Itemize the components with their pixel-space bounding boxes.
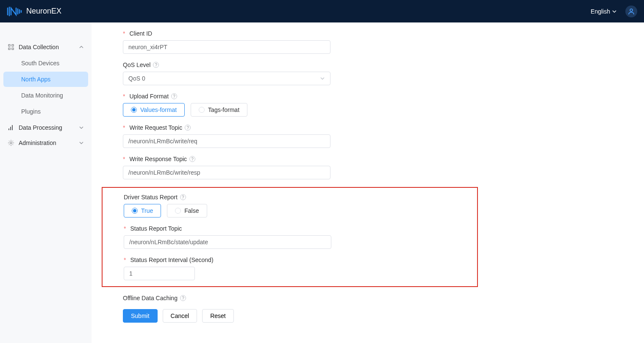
field-write-resp-topic: Write Response Topic ? <box>123 156 449 179</box>
svg-point-0 <box>630 9 633 11</box>
offline-cache-label: Offline Data Caching ? <box>123 295 449 301</box>
svg-rect-7 <box>12 125 13 130</box>
write-req-input[interactable] <box>123 134 330 148</box>
chevron-up-icon <box>79 45 84 50</box>
submit-button[interactable]: Submit <box>123 309 158 323</box>
nav-group-data-processing[interactable]: Data Processing <box>0 120 92 135</box>
main-content: Client ID QoS Level ? QoS 0 Upload Forma… <box>92 22 644 343</box>
brand-logo-icon <box>7 6 22 17</box>
qos-label: QoS Level ? <box>123 61 449 68</box>
app-header: NeuronEX English <box>0 0 644 22</box>
layout: Data Collection South Devices North Apps… <box>0 22 644 343</box>
radio-true[interactable]: True <box>124 204 161 218</box>
status-interval-input[interactable] <box>124 267 195 280</box>
radio-dot-icon <box>131 107 137 113</box>
svg-rect-1 <box>8 45 10 46</box>
radio-dot-icon <box>175 208 181 214</box>
radio-dot-icon <box>199 107 205 113</box>
svg-rect-5 <box>8 128 9 130</box>
chevron-down-icon <box>320 76 325 81</box>
data-collection-icon <box>8 44 14 50</box>
user-avatar[interactable] <box>625 6 637 17</box>
radio-values-format[interactable]: Values-format <box>123 103 185 117</box>
help-icon[interactable]: ? <box>185 125 191 131</box>
field-qos-level: QoS Level ? QoS 0 <box>123 61 449 85</box>
form-buttons: Submit Cancel Reset <box>123 309 449 323</box>
field-upload-format: Upload Format ? Values-format Tags-forma… <box>123 93 449 117</box>
radio-dot-icon <box>132 208 138 214</box>
field-client-id: Client ID <box>123 30 449 54</box>
nav-group-label: Data Processing <box>19 124 62 131</box>
language-label: English <box>591 8 610 15</box>
svg-rect-3 <box>8 48 10 50</box>
nav-group-administration[interactable]: Administration <box>0 135 92 151</box>
header-right: English <box>591 6 637 17</box>
help-icon[interactable]: ? <box>153 62 159 68</box>
language-switcher[interactable]: English <box>591 8 617 15</box>
cancel-button[interactable]: Cancel <box>163 309 197 323</box>
svg-rect-4 <box>12 48 14 50</box>
write-resp-input[interactable] <box>123 166 330 179</box>
status-topic-label: Status Report Topic <box>124 225 456 232</box>
field-status-topic: Status Report Topic <box>124 225 456 249</box>
config-form: Client ID QoS Level ? QoS 0 Upload Forma… <box>102 30 449 323</box>
client-id-label: Client ID <box>123 30 449 37</box>
administration-icon <box>8 139 14 146</box>
field-offline-cache: Offline Data Caching ? <box>123 295 449 301</box>
status-topic-input[interactable] <box>124 235 331 249</box>
chevron-down-icon <box>79 140 84 145</box>
nav-group-label: Data Collection <box>19 44 59 50</box>
radio-tags-format[interactable]: Tags-format <box>191 103 247 117</box>
help-icon[interactable]: ? <box>180 194 186 200</box>
chevron-down-icon <box>79 125 84 130</box>
upload-format-radio-group: Values-format Tags-format <box>123 103 449 117</box>
header-brand: NeuronEX <box>7 6 61 17</box>
sidebar-item-north-apps[interactable]: North Apps <box>3 72 88 87</box>
data-processing-icon <box>8 124 14 131</box>
field-write-req-topic: Write Request Topic ? <box>123 124 449 148</box>
field-driver-status-report: Driver Status Report ? True False <box>124 194 456 218</box>
help-icon[interactable]: ? <box>189 156 195 162</box>
nav-group-label: Administration <box>19 139 56 146</box>
driver-status-radio-group: True False <box>124 204 456 218</box>
upload-format-label: Upload Format ? <box>123 93 449 100</box>
sidebar-item-plugins[interactable]: Plugins <box>3 104 88 119</box>
reset-button[interactable]: Reset <box>202 309 234 323</box>
radio-false[interactable]: False <box>167 204 207 218</box>
sidebar: Data Collection South Devices North Apps… <box>0 22 92 343</box>
sidebar-item-data-monitoring[interactable]: Data Monitoring <box>3 88 88 103</box>
help-icon[interactable]: ? <box>171 93 177 99</box>
status-interval-label: Status Report Interval (Second) <box>124 257 456 263</box>
brand-name: NeuronEX <box>26 7 61 16</box>
write-resp-label: Write Response Topic ? <box>123 156 449 162</box>
user-icon <box>628 8 635 15</box>
driver-status-label: Driver Status Report ? <box>124 194 456 201</box>
help-icon[interactable]: ? <box>180 295 186 301</box>
nav-group-data-collection[interactable]: Data Collection <box>0 39 92 55</box>
svg-rect-6 <box>10 127 11 130</box>
client-id-input[interactable] <box>123 40 330 54</box>
sidebar-item-south-devices[interactable]: South Devices <box>3 56 88 71</box>
qos-value: QoS 0 <box>128 75 145 82</box>
chevron-down-icon <box>612 9 617 14</box>
field-status-interval: Status Report Interval (Second) <box>124 257 456 280</box>
svg-rect-2 <box>12 45 14 46</box>
write-req-label: Write Request Topic ? <box>123 124 449 131</box>
svg-point-8 <box>10 142 12 144</box>
qos-select[interactable]: QoS 0 <box>123 72 330 85</box>
highlight-annotation: Driver Status Report ? True False <box>102 187 478 287</box>
